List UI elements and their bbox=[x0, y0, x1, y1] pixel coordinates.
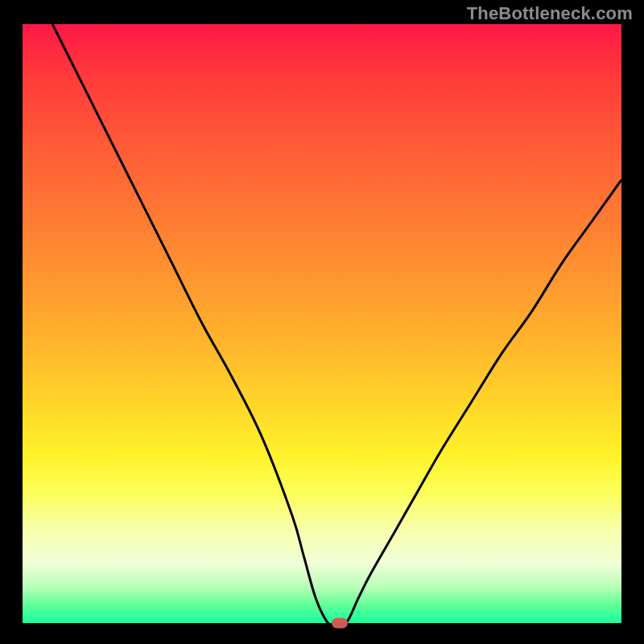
minimum-marker bbox=[332, 618, 348, 629]
chart-frame: TheBottleneck.com bbox=[0, 0, 644, 644]
watermark-label: TheBottleneck.com bbox=[467, 3, 633, 24]
plot-area bbox=[23, 24, 621, 623]
curve-svg bbox=[23, 24, 621, 623]
bottleneck-curve bbox=[52, 24, 621, 625]
